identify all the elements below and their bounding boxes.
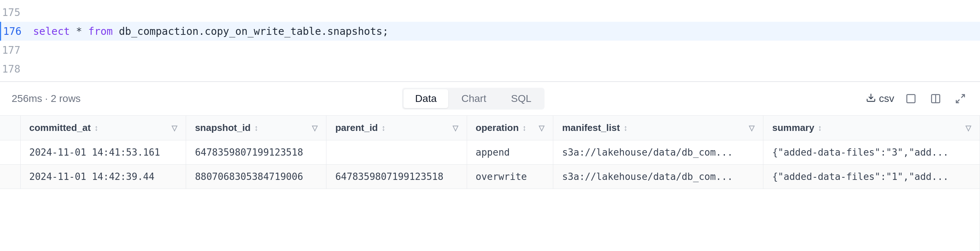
- table-row: 2024-11-01 14:41:53.161 6478359807199123…: [0, 140, 980, 165]
- col-label-committed-at: committed_at: [29, 122, 91, 134]
- cell-committed-at-1: 2024-11-01 14:41:53.161: [21, 140, 186, 165]
- results-toolbar: 256ms · 2 rows Data Chart SQL csv: [0, 82, 980, 116]
- svg-rect-1: [907, 95, 915, 103]
- code-editor: 175 176 select * from db_compaction.copy…: [0, 0, 980, 81]
- filter-icon-manifest-list[interactable]: ▽: [749, 124, 754, 133]
- col-header-summary[interactable]: summary ↕ ▽: [764, 116, 980, 140]
- view-single-column-button[interactable]: [903, 91, 919, 107]
- toolbar-actions: csv: [866, 91, 968, 107]
- view-split-column-button[interactable]: [928, 91, 943, 107]
- cell-rownum-2: [0, 165, 21, 189]
- col-header-committed-at[interactable]: committed_at ↕ ▽: [21, 116, 186, 140]
- empty-rows: [0, 189, 980, 251]
- col-label-manifest-list: manifest_list: [562, 122, 620, 134]
- line-number-178: 178: [0, 63, 29, 75]
- tab-sql[interactable]: SQL: [500, 89, 543, 108]
- sort-icon-committed-at: ↕: [94, 123, 99, 133]
- cell-summary-2: {"added-data-files":"1","add...: [764, 165, 980, 189]
- cell-manifest-list-1: s3a://lakehouse/data/db_com...: [553, 140, 764, 165]
- sort-icon-operation: ↕: [522, 123, 527, 133]
- svg-line-5: [956, 100, 959, 103]
- col-header-manifest-list[interactable]: manifest_list ↕ ▽: [553, 116, 764, 140]
- filter-icon-operation[interactable]: ▽: [539, 124, 544, 133]
- filter-icon-committed-at[interactable]: ▽: [172, 124, 177, 133]
- col-label-summary: summary: [772, 122, 814, 134]
- table-row: 2024-11-01 14:42:39.44 88070683053847190…: [0, 165, 980, 189]
- code-line-178: 178: [0, 60, 980, 78]
- filter-icon-snapshot-id[interactable]: ▽: [312, 124, 317, 133]
- cell-rownum-1: [0, 140, 21, 165]
- tab-data[interactable]: Data: [404, 89, 448, 108]
- code-line-177: 177: [0, 41, 980, 60]
- cell-parent-id-1: [326, 140, 467, 165]
- cell-snapshot-id-1: 6478359807199123518: [186, 140, 326, 165]
- line-number-177: 177: [0, 44, 29, 56]
- sort-icon-summary: ↕: [818, 123, 822, 133]
- cell-operation-2: overwrite: [467, 165, 553, 189]
- results-table-container: committed_at ↕ ▽ snapshot_id ↕ ▽ parent_…: [0, 116, 980, 251]
- cell-summary-1: {"added-data-files":"3","add...: [764, 140, 980, 165]
- editor-section: 175 176 select * from db_compaction.copy…: [0, 0, 980, 82]
- svg-line-4: [961, 95, 964, 98]
- table-header-row: committed_at ↕ ▽ snapshot_id ↕ ▽ parent_…: [0, 116, 980, 140]
- cell-parent-id-2: 6478359807199123518: [326, 165, 467, 189]
- code-line-175: 175: [0, 3, 980, 22]
- sort-icon-parent-id: ↕: [382, 123, 386, 133]
- col-header-rownum: [0, 116, 21, 140]
- col-header-snapshot-id[interactable]: snapshot_id ↕ ▽: [186, 116, 326, 140]
- expand-button[interactable]: [952, 91, 968, 107]
- line-number-176: 176: [1, 25, 30, 37]
- results-table: committed_at ↕ ▽ snapshot_id ↕ ▽ parent_…: [0, 116, 980, 251]
- csv-label: csv: [879, 93, 894, 104]
- tab-chart[interactable]: Chart: [450, 89, 498, 108]
- cell-snapshot-id-2: 8807068305384719006: [186, 165, 326, 189]
- empty-space: [0, 189, 980, 251]
- cell-committed-at-2: 2024-11-01 14:42:39.44: [21, 165, 186, 189]
- col-header-operation[interactable]: operation ↕ ▽: [467, 116, 553, 140]
- query-stats: 256ms · 2 rows: [12, 93, 81, 104]
- col-label-parent-id: parent_id: [335, 122, 378, 134]
- view-tabs: Data Chart SQL: [402, 88, 544, 109]
- download-icon: [866, 93, 876, 105]
- cell-manifest-list-2: s3a://lakehouse/data/db_com...: [553, 165, 764, 189]
- col-label-operation: operation: [476, 122, 519, 134]
- cell-operation-1: append: [467, 140, 553, 165]
- col-label-snapshot-id: snapshot_id: [195, 122, 250, 134]
- sort-icon-manifest-list: ↕: [624, 123, 627, 133]
- line-number-175: 175: [0, 6, 29, 19]
- filter-icon-summary[interactable]: ▽: [966, 124, 971, 133]
- filter-icon-parent-id[interactable]: ▽: [453, 124, 458, 133]
- line-content-176: select * from db_compaction.copy_on_writ…: [30, 25, 388, 37]
- download-csv-button[interactable]: csv: [866, 93, 894, 105]
- code-line-176[interactable]: 176 select * from db_compaction.copy_on_…: [0, 22, 980, 41]
- sort-icon-snapshot-id: ↕: [255, 123, 258, 133]
- col-header-parent-id[interactable]: parent_id ↕ ▽: [326, 116, 467, 140]
